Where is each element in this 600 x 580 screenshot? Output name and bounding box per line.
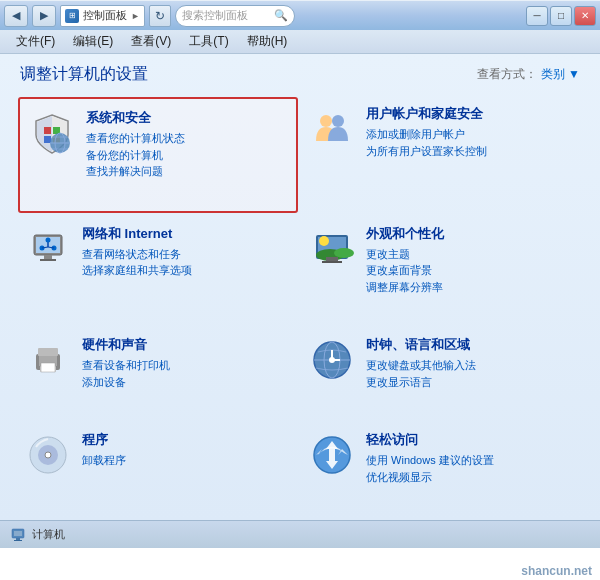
panel-system-security[interactable]: 系统和安全 查看您的计算机状态 备份您的计算机 查找并解决问题 <box>18 97 298 213</box>
clock-icon <box>308 336 356 384</box>
system-security-desc: 查看您的计算机状态 备份您的计算机 查找并解决问题 <box>86 130 185 180</box>
access-title[interactable]: 轻松访问 <box>366 431 494 449</box>
forward-button[interactable]: ▶ <box>32 5 56 27</box>
page-title: 调整计算机的设置 <box>20 64 148 85</box>
appearance-link-0[interactable]: 更改主题 <box>366 246 444 263</box>
search-icon[interactable]: 🔍 <box>274 9 288 22</box>
network-link-1[interactable]: 选择家庭组和共享选项 <box>82 262 192 279</box>
network-icon <box>24 225 72 273</box>
refresh-button[interactable]: ↻ <box>149 5 171 27</box>
programs-link-0[interactable]: 卸载程序 <box>82 452 126 469</box>
network-desc: 查看网络状态和任务 选择家庭组和共享选项 <box>82 246 192 279</box>
clock-link-1[interactable]: 更改显示语言 <box>366 374 476 391</box>
panel-access[interactable]: 轻松访问 使用 Windows 建议的设置 优化视频显示 <box>300 421 584 516</box>
system-security-title[interactable]: 系统和安全 <box>86 109 185 127</box>
hardware-link-0[interactable]: 查看设备和打印机 <box>82 357 170 374</box>
svg-rect-13 <box>44 255 52 259</box>
hardware-text: 硬件和声音 查看设备和打印机 添加设备 <box>82 336 170 411</box>
network-link-0[interactable]: 查看网络状态和任务 <box>82 246 192 263</box>
svg-rect-14 <box>40 259 56 261</box>
svg-point-10 <box>332 115 344 127</box>
system-security-text: 系统和安全 查看您的计算机状态 备份您的计算机 查找并解决问题 <box>86 109 185 201</box>
hardware-desc: 查看设备和打印机 添加设备 <box>82 357 170 390</box>
hardware-title[interactable]: 硬件和声音 <box>82 336 170 354</box>
content-header: 调整计算机的设置 查看方式： 类别 ▼ <box>0 54 600 91</box>
programs-desc: 卸载程序 <box>82 452 126 469</box>
appearance-link-1[interactable]: 更改桌面背景 <box>366 262 444 279</box>
clock-desc: 更改键盘或其他输入法 更改显示语言 <box>366 357 476 390</box>
programs-title[interactable]: 程序 <box>82 431 126 449</box>
status-text: 计算机 <box>32 527 65 542</box>
menu-edit[interactable]: 编辑(E) <box>65 31 121 52</box>
system-security-link-2[interactable]: 查找并解决问题 <box>86 163 185 180</box>
appearance-desc: 更改主题 更改桌面背景 调整屏幕分辨率 <box>366 246 444 296</box>
user-accounts-link-0[interactable]: 添加或删除用户帐户 <box>366 126 487 143</box>
access-desc: 使用 Windows 建议的设置 优化视频显示 <box>366 452 494 485</box>
minimize-button[interactable]: ─ <box>526 6 548 26</box>
user-accounts-title[interactable]: 用户帐户和家庭安全 <box>366 105 487 123</box>
search-bar[interactable]: 搜索控制面板 🔍 <box>175 5 295 27</box>
user-accounts-icon <box>308 105 356 153</box>
content-area: 调整计算机的设置 查看方式： 类别 ▼ <box>0 54 600 520</box>
svg-point-25 <box>319 236 329 246</box>
programs-text: 程序 卸载程序 <box>82 431 126 506</box>
appearance-icon <box>308 225 356 273</box>
clock-text: 时钟、语言和区域 更改键盘或其他输入法 更改显示语言 <box>366 336 476 411</box>
svg-rect-48 <box>14 531 22 536</box>
search-placeholder: 搜索控制面板 <box>182 8 271 23</box>
svg-rect-27 <box>322 261 342 263</box>
address-arrow: ► <box>131 11 140 21</box>
svg-rect-0 <box>44 127 51 134</box>
user-accounts-link-1[interactable]: 为所有用户设置家长控制 <box>366 143 487 160</box>
panel-appearance[interactable]: 外观和个性化 更改主题 更改桌面背景 调整屏幕分辨率 <box>300 215 584 327</box>
user-accounts-desc: 添加或删除用户帐户 为所有用户设置家长控制 <box>366 126 487 159</box>
system-security-link-0[interactable]: 查看您的计算机状态 <box>86 130 185 147</box>
title-bar: ◀ ▶ ⊞ 控制面板 ► ↻ 搜索控制面板 🔍 ─ □ ✕ <box>0 0 600 30</box>
access-icon <box>308 431 356 479</box>
address-bar-wrap: ⊞ 控制面板 ► <box>60 5 145 27</box>
access-link-1[interactable]: 优化视频显示 <box>366 469 494 486</box>
svg-point-16 <box>46 237 51 242</box>
appearance-text: 外观和个性化 更改主题 更改桌面背景 调整屏幕分辨率 <box>366 225 444 317</box>
clock-title[interactable]: 时钟、语言和区域 <box>366 336 476 354</box>
menu-file[interactable]: 文件(F) <box>8 31 63 52</box>
svg-point-44 <box>45 452 51 458</box>
view-label: 查看方式： <box>477 66 537 83</box>
access-text: 轻松访问 使用 Windows 建议的设置 优化视频显示 <box>366 431 494 506</box>
watermark: shancun.net <box>521 564 592 578</box>
svg-rect-26 <box>326 257 338 261</box>
programs-icon <box>24 431 72 479</box>
menu-tools[interactable]: 工具(T) <box>181 31 236 52</box>
panel-user-accounts[interactable]: 用户帐户和家庭安全 添加或删除用户帐户 为所有用户设置家长控制 <box>300 95 584 215</box>
window-controls: ─ □ ✕ <box>526 6 596 26</box>
panel-network[interactable]: 网络和 Internet 查看网络状态和任务 选择家庭组和共享选项 <box>16 215 300 327</box>
system-security-icon <box>28 109 76 157</box>
appearance-title[interactable]: 外观和个性化 <box>366 225 444 243</box>
menu-help[interactable]: 帮助(H) <box>239 31 296 52</box>
panel-programs[interactable]: 程序 卸载程序 <box>16 421 300 516</box>
system-security-link-1[interactable]: 备份您的计算机 <box>86 147 185 164</box>
status-bar: 计算机 <box>0 520 600 548</box>
computer-status-icon <box>10 527 26 543</box>
panel-clock[interactable]: 时钟、语言和区域 更改键盘或其他输入法 更改显示语言 <box>300 326 584 421</box>
address-icon: ⊞ <box>65 9 79 23</box>
view-type-selector[interactable]: 类别 ▼ <box>541 66 580 83</box>
clock-link-0[interactable]: 更改键盘或其他输入法 <box>366 357 476 374</box>
network-title[interactable]: 网络和 Internet <box>82 225 192 243</box>
back-button[interactable]: ◀ <box>4 5 28 27</box>
svg-rect-33 <box>41 363 55 372</box>
maximize-button[interactable]: □ <box>550 6 572 26</box>
close-button[interactable]: ✕ <box>574 6 596 26</box>
panels-grid: 系统和安全 查看您的计算机状态 备份您的计算机 查找并解决问题 <box>0 91 600 520</box>
menu-view[interactable]: 查看(V) <box>123 31 179 52</box>
panel-hardware[interactable]: 硬件和声音 查看设备和打印机 添加设备 <box>16 326 300 421</box>
hardware-link-1[interactable]: 添加设备 <box>82 374 170 391</box>
appearance-link-2[interactable]: 调整屏幕分辨率 <box>366 279 444 296</box>
title-bar-left: ◀ ▶ ⊞ 控制面板 ► ↻ 搜索控制面板 🔍 <box>4 5 295 27</box>
access-link-0[interactable]: 使用 Windows 建议的设置 <box>366 452 494 469</box>
menu-bar: 文件(F) 编辑(E) 查看(V) 工具(T) 帮助(H) <box>0 30 600 54</box>
svg-rect-32 <box>38 348 58 356</box>
network-text: 网络和 Internet 查看网络状态和任务 选择家庭组和共享选项 <box>82 225 192 317</box>
hardware-icon <box>24 336 72 384</box>
svg-point-24 <box>334 248 354 258</box>
